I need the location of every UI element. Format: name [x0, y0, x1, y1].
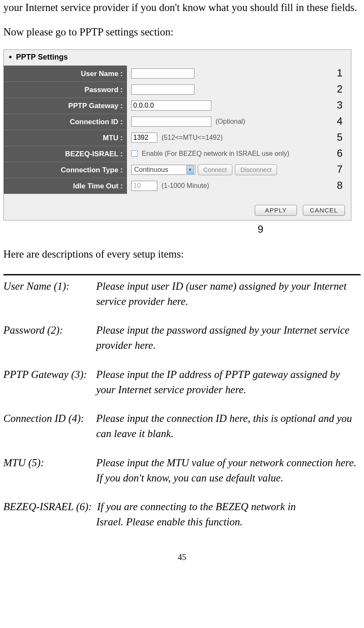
- input-mtu[interactable]: [131, 133, 157, 143]
- input-pptp-gateway[interactable]: [131, 101, 211, 111]
- annotation-2: 2: [337, 82, 342, 97]
- row-bezeq: BEZEQ-ISRAEL : Enable (For BEZEQ network…: [4, 146, 351, 162]
- annotation-7: 7: [337, 162, 342, 177]
- annotation-4: 4: [337, 114, 342, 129]
- desc-term: PPTP Gateway (3):: [3, 367, 96, 398]
- select-connection-type-value: Continuous: [134, 165, 168, 174]
- apply-button[interactable]: APPLY: [255, 205, 297, 216]
- desc-term: Connection ID (4):: [3, 411, 96, 442]
- panel-title: PPTP Settings: [4, 50, 351, 65]
- desc-term: User Name (1):: [3, 279, 96, 310]
- desc-term: Password (2):: [3, 323, 96, 353]
- select-connection-type[interactable]: Continuous ▾: [131, 165, 195, 175]
- disconnect-button[interactable]: Disconnect: [235, 164, 277, 175]
- label-user-name: User Name :: [4, 65, 127, 82]
- desc-item-user-name: User Name (1): Please input user ID (use…: [3, 279, 361, 310]
- intro-text-1: your Internet service provider if you do…: [3, 0, 361, 15]
- button-row: APPLY CANCEL: [4, 194, 351, 220]
- row-idle-timeout: Idle Time Out : (1-1000 Minute): [4, 178, 351, 194]
- row-pptp-gateway: PPTP Gateway :: [4, 98, 351, 114]
- connect-button[interactable]: Connect: [198, 164, 232, 175]
- descriptions-heading: Here are descriptions of every setup ite…: [3, 247, 361, 262]
- desc-term: MTU (5):: [3, 455, 96, 486]
- label-idle-timeout: Idle Time Out :: [4, 178, 127, 194]
- pptp-settings-panel: PPTP Settings User Name : Password : PPT…: [3, 49, 351, 220]
- label-mtu: MTU :: [4, 130, 127, 146]
- input-password[interactable]: [131, 84, 194, 95]
- desc-def: Please input the connection ID here, thi…: [96, 411, 361, 442]
- annotation-1: 1: [337, 66, 342, 81]
- desc-item-bezeq: BEZEQ-ISRAEL (6): If you are connecting …: [3, 499, 361, 530]
- input-connection-id[interactable]: [131, 117, 211, 127]
- label-bezeq: BEZEQ-ISRAEL :: [4, 146, 127, 162]
- desc-item-connection-id: Connection ID (4): Please input the conn…: [3, 411, 361, 442]
- hint-idle-timeout: (1-1000 Minute): [162, 181, 209, 190]
- annotation-5: 5: [337, 130, 342, 145]
- desc-item-pptp-gateway: PPTP Gateway (3): Please input the IP ad…: [3, 367, 361, 398]
- row-password: Password :: [4, 82, 351, 98]
- input-idle-timeout[interactable]: [131, 181, 157, 191]
- hint-mtu: (512<=MTU<=1492): [162, 133, 223, 142]
- label-pptp-gateway: PPTP Gateway :: [4, 98, 127, 114]
- desc-def-cont: Israel. Please enable this function.: [96, 514, 361, 530]
- hint-bezeq: Enable (For BEZEQ network in ISRAEL use …: [142, 149, 289, 158]
- row-connection-id: Connection ID : (Optional): [4, 114, 351, 130]
- desc-item-mtu: MTU (5): Please input the MTU value of y…: [3, 455, 361, 486]
- desc-def: Please input the MTU value of your netwo…: [96, 455, 361, 486]
- annotation-9: 9: [258, 222, 266, 237]
- input-user-name[interactable]: [131, 68, 194, 79]
- label-password: Password :: [4, 82, 127, 98]
- descriptions-block: User Name (1): Please input user ID (use…: [3, 274, 361, 530]
- hint-connection-id: (Optional): [216, 117, 245, 126]
- chevron-down-icon: ▾: [186, 166, 194, 174]
- annotation-8: 8: [337, 178, 342, 193]
- desc-def: Please input the password assigned by yo…: [96, 323, 361, 353]
- annotation-3: 3: [337, 98, 342, 113]
- cancel-button[interactable]: CANCEL: [303, 205, 345, 216]
- page-number: 45: [3, 551, 361, 563]
- row-connection-type: Connection Type : Continuous ▾ Connect D…: [4, 162, 351, 178]
- row-user-name: User Name :: [4, 65, 351, 82]
- intro-text-2: Now please go to PPTP settings section:: [3, 24, 361, 40]
- desc-term: BEZEQ-ISRAEL (6):: [3, 501, 92, 512]
- row-mtu: MTU : (512<=MTU<=1492): [4, 130, 351, 146]
- desc-item-password: Password (2): Please input the password …: [3, 323, 361, 353]
- desc-def: Please input user ID (user name) assigne…: [96, 279, 361, 310]
- desc-def: Please input the IP address of PPTP gate…: [96, 367, 361, 398]
- label-connection-id: Connection ID :: [4, 114, 127, 130]
- desc-def: If you are connecting to the BEZEQ netwo…: [97, 501, 296, 512]
- checkbox-bezeq[interactable]: [131, 150, 138, 157]
- annotation-6: 6: [337, 146, 342, 161]
- label-connection-type: Connection Type :: [4, 162, 127, 178]
